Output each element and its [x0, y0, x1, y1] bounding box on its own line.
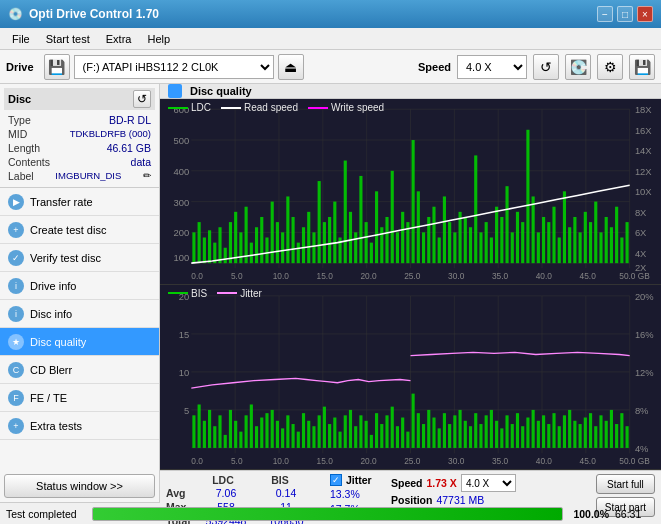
drive-icon-btn[interactable]: 💾 [44, 54, 70, 80]
nav-fe-te[interactable]: F FE / TE [0, 384, 159, 412]
svg-rect-122 [610, 227, 613, 263]
minimize-button[interactable]: − [597, 6, 613, 22]
nav-disc-info-icon: i [8, 306, 24, 322]
disc-label-edit-icon[interactable]: ✏ [143, 170, 151, 182]
nav-disc-quality-label: Disc quality [30, 336, 86, 348]
svg-text:16X: 16X [635, 126, 652, 136]
svg-rect-79 [385, 217, 388, 263]
svg-rect-64 [307, 212, 310, 263]
maximize-button[interactable]: □ [617, 6, 633, 22]
close-button[interactable]: × [637, 6, 653, 22]
legend-jitter-color [217, 292, 237, 294]
svg-text:0.0: 0.0 [191, 456, 203, 466]
disc-mid-value: TDKBLDRFB (000) [70, 128, 151, 140]
svg-rect-68 [328, 217, 331, 263]
svg-rect-185 [318, 415, 321, 448]
menu-extra[interactable]: Extra [98, 31, 140, 47]
ldc-col-header: LDC [194, 474, 252, 486]
svg-rect-48 [224, 248, 227, 263]
nav-disc-info-label: Disc info [30, 308, 72, 320]
nav-extra-tests[interactable]: + Extra tests [0, 412, 159, 440]
svg-text:10.0: 10.0 [273, 272, 290, 281]
refresh-button[interactable]: ↺ [533, 54, 559, 80]
nav-drive-icon: i [8, 278, 24, 294]
svg-rect-180 [292, 424, 295, 448]
svg-rect-187 [328, 424, 331, 448]
svg-text:35.0: 35.0 [492, 456, 508, 466]
svg-rect-116 [579, 232, 582, 263]
svg-rect-241 [610, 410, 613, 448]
svg-rect-218 [490, 410, 493, 448]
svg-rect-93 [459, 212, 462, 263]
menu-help[interactable]: Help [139, 31, 178, 47]
svg-rect-212 [459, 410, 462, 448]
nav-transfer-rate-icon: ▶ [8, 194, 24, 210]
svg-rect-119 [594, 202, 597, 264]
nav-disc-info[interactable]: i Disc info [0, 300, 159, 328]
svg-rect-62 [297, 243, 300, 264]
svg-rect-194 [365, 420, 368, 447]
svg-rect-178 [281, 428, 284, 448]
svg-text:16%: 16% [635, 329, 654, 340]
disc-mid-label: MID [8, 128, 27, 140]
svg-rect-99 [490, 237, 493, 263]
drive-selector-area: 💾 (F:) ATAPI iHBS112 2 CL0K ⏏ [44, 54, 404, 80]
svg-rect-232 [563, 415, 566, 448]
settings-button[interactable]: ⚙ [597, 54, 623, 80]
svg-rect-90 [443, 196, 446, 263]
svg-rect-202 [406, 431, 409, 447]
svg-rect-171 [245, 415, 248, 448]
svg-rect-102 [505, 186, 508, 263]
menu-file[interactable]: File [4, 31, 38, 47]
menu-start-test[interactable]: Start test [38, 31, 98, 47]
position-value: 47731 MB [436, 494, 484, 506]
svg-rect-59 [281, 232, 284, 263]
svg-rect-216 [479, 424, 482, 448]
disc-refresh-icon[interactable]: ↺ [133, 90, 151, 108]
speed-stat-label: Speed [391, 477, 423, 489]
svg-text:0.0: 0.0 [191, 272, 203, 281]
svg-rect-213 [464, 420, 467, 447]
nav-cd-blerr[interactable]: C CD Blerr [0, 356, 159, 384]
upper-chart-legend: LDC Read speed Write speed [168, 102, 384, 113]
nav-disc-quality[interactable]: ★ Disc quality [0, 328, 159, 356]
svg-rect-81 [396, 232, 399, 263]
svg-text:10.0: 10.0 [273, 456, 289, 466]
jitter-avg-val: 13.3% [330, 488, 375, 500]
jitter-checkbox[interactable]: ✓ [330, 474, 342, 486]
legend-read-speed: Read speed [221, 102, 298, 113]
svg-rect-86 [422, 232, 425, 263]
nav-extra-tests-label: Extra tests [30, 420, 82, 432]
legend-write-speed-color [308, 107, 328, 109]
svg-text:50.0 GB: 50.0 GB [619, 272, 650, 281]
legend-read-speed-color [221, 107, 241, 109]
start-full-button[interactable]: Start full [596, 474, 655, 494]
svg-rect-211 [453, 415, 456, 448]
svg-rect-82 [401, 212, 404, 263]
disc-button[interactable]: 💽 [565, 54, 591, 80]
eject-button[interactable]: ⏏ [278, 54, 304, 80]
svg-text:18X: 18X [635, 105, 652, 115]
chart-header: Disc quality [160, 84, 661, 99]
svg-text:25.0: 25.0 [404, 272, 421, 281]
nav-create-test-disc[interactable]: + Create test disc [0, 216, 159, 244]
svg-rect-105 [521, 222, 524, 263]
svg-rect-188 [333, 417, 336, 447]
legend-bis: BIS [168, 288, 207, 299]
progress-status-label: Test completed [6, 508, 86, 520]
nav-verify-test-disc[interactable]: ✓ Verify test disc [0, 244, 159, 272]
progress-percentage: 100.0% [569, 508, 609, 520]
drive-select[interactable]: (F:) ATAPI iHBS112 2 CL0K [74, 55, 274, 79]
svg-text:45.0: 45.0 [580, 272, 597, 281]
status-window-button[interactable]: Status window >> [4, 474, 155, 498]
speed-select[interactable]: 4.0 X [457, 55, 527, 79]
nav-transfer-rate[interactable]: ▶ Transfer rate [0, 188, 159, 216]
progress-fill [93, 508, 562, 520]
svg-rect-225 [526, 417, 529, 447]
save-button[interactable]: 💾 [629, 54, 655, 80]
speed-stat-select[interactable]: 4.0 X [461, 474, 516, 492]
speed-stat-value: 1.73 X [427, 477, 457, 489]
nav-drive-info[interactable]: i Drive info [0, 272, 159, 300]
svg-rect-92 [453, 232, 456, 263]
svg-rect-193 [359, 415, 362, 448]
